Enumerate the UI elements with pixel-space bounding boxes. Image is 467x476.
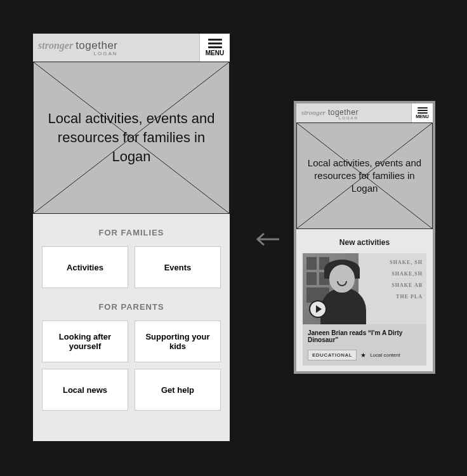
tile-get-help[interactable]: Get help bbox=[135, 369, 221, 411]
menu-label: MENU bbox=[416, 114, 429, 119]
menu-label: MENU bbox=[206, 50, 224, 56]
tile-local-news[interactable]: Local news bbox=[42, 369, 128, 411]
menu-button[interactable]: MENU bbox=[199, 34, 230, 62]
video-title: Janeen Brian reads “I’m A Dirty Dinosaur… bbox=[303, 324, 426, 347]
video-thumbnail: SHAKE, SH SHAKE,SH SHAKE AB THE PLA bbox=[303, 253, 426, 324]
tile-supporting-your-kids[interactable]: Supporting your kids bbox=[135, 321, 221, 362]
play-icon[interactable] bbox=[309, 300, 327, 318]
video-meta: EDUCATIONAL ★ Local content bbox=[303, 347, 426, 366]
hero-banner: Local activities, events and resources f… bbox=[296, 122, 433, 229]
brand-word-2: together bbox=[328, 108, 358, 117]
topbar: stronger together LOGAN MENU bbox=[296, 103, 433, 122]
section-title-families: FOR FAMILIES bbox=[33, 228, 230, 237]
poster-text: THE PLA bbox=[396, 294, 423, 300]
section-title-new-activities: New activities bbox=[296, 238, 433, 247]
person-illustration bbox=[320, 262, 366, 324]
tiles-parents: Looking after yourself Supporting your k… bbox=[33, 321, 230, 411]
brand-word-1: stronger bbox=[301, 109, 326, 116]
local-content-label: Local content bbox=[370, 352, 400, 358]
star-icon: ★ bbox=[360, 352, 366, 359]
hamburger-icon bbox=[418, 107, 428, 114]
tile-events[interactable]: Events bbox=[135, 246, 221, 288]
wireframe-secondary: stronger together LOGAN MENU Local activ… bbox=[294, 101, 435, 374]
hero-banner: Local activities, events and resources f… bbox=[33, 62, 230, 214]
brand-word-1: stronger bbox=[38, 40, 73, 51]
menu-button[interactable]: MENU bbox=[411, 103, 433, 122]
arrow-left-icon bbox=[254, 232, 280, 249]
poster-text: SHAKE, SH bbox=[390, 260, 423, 265]
poster-text: SHAKE,SH bbox=[391, 271, 423, 277]
video-card[interactable]: SHAKE, SH SHAKE,SH SHAKE AB THE PLA Jane… bbox=[303, 253, 426, 366]
hamburger-icon bbox=[208, 39, 222, 48]
brand-word-2: together bbox=[76, 39, 117, 51]
tag-educational[interactable]: EDUCATIONAL bbox=[308, 350, 357, 360]
poster-text: SHAKE AB bbox=[391, 282, 423, 288]
brand-logo[interactable]: stronger together LOGAN bbox=[301, 106, 358, 120]
tile-looking-after-yourself[interactable]: Looking after yourself bbox=[42, 321, 128, 362]
tile-activities[interactable]: Activities bbox=[42, 246, 128, 288]
brand-logo[interactable]: stronger together LOGAN bbox=[38, 39, 118, 56]
hero-headline: Local activities, events and resources f… bbox=[34, 109, 229, 166]
section-title-parents: FOR PARENTS bbox=[33, 302, 230, 312]
topbar: stronger together LOGAN MENU bbox=[33, 34, 230, 62]
tiles-families: Activities Events bbox=[33, 246, 230, 288]
wireframe-primary: stronger together LOGAN MENU Local activ… bbox=[33, 34, 230, 441]
hero-headline: Local activities, events and resources f… bbox=[297, 157, 432, 195]
